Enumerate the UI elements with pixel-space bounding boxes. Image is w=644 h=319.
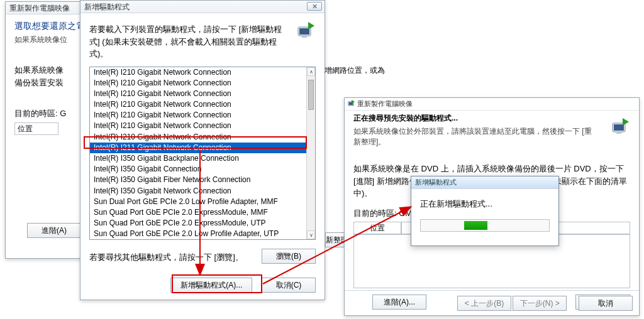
computer-restore-icon bbox=[293, 17, 318, 44]
close-icon[interactable]: ✕ bbox=[307, 2, 322, 11]
computer-restore-icon bbox=[608, 113, 633, 140]
scroll-thumb[interactable] bbox=[308, 80, 314, 110]
driver-list-item[interactable]: Intel(R) I210 Gigabit Network Connection bbox=[90, 132, 315, 143]
add-driver-button[interactable]: 新增驅動程式(A)... bbox=[170, 278, 252, 293]
driver-list-item[interactable]: Sun Quad Port GbE PCIe 2.0 ExpressModule… bbox=[90, 207, 315, 218]
progress-bar bbox=[420, 219, 550, 232]
driver-list-item[interactable]: Intel(R) I350 Gigabit Backplane Connecti… bbox=[90, 153, 315, 164]
back-button[interactable]: < 上一步(B) bbox=[457, 296, 511, 311]
svg-rect-7 bbox=[616, 132, 621, 134]
driver-list-item[interactable]: Sun Quad Port GbE PCIe 2.0 Low Profile A… bbox=[90, 229, 315, 239]
prog-title: 新增驅動程式 bbox=[415, 178, 457, 187]
right-heading: 正在搜尋預先安裝的驅動程式... bbox=[353, 113, 630, 124]
svg-rect-6 bbox=[614, 124, 624, 131]
scroll-down-icon[interactable]: ∨ bbox=[307, 230, 315, 239]
shield-icon bbox=[347, 99, 356, 110]
svg-rect-1 bbox=[299, 28, 309, 35]
partial-text: 增網路位置，或為 bbox=[325, 65, 385, 76]
progress-dialog: 新增驅動程式 正在新增驅動程式... bbox=[411, 176, 559, 246]
driver-list-item[interactable]: Intel(R) I210 Gigabit Network Connection bbox=[90, 67, 315, 78]
driver-list-item[interactable]: Intel(R) I350 Gigabit Fiber Network Conn… bbox=[90, 175, 315, 185]
add-titlebar: 新增驅動程式 ✕ bbox=[80, 1, 325, 13]
cancel-button[interactable]: 取消(C) bbox=[262, 278, 316, 293]
driver-list-item[interactable]: Intel(R) I210 Gigabit Network Connection bbox=[90, 89, 315, 99]
bg-title: 重新製作電腦映像 bbox=[9, 3, 70, 14]
right-titlebar: 重新製作電腦映像 bbox=[345, 98, 639, 111]
driver-list-item[interactable]: Intel(R) I350 Gigabit Network Connection bbox=[90, 186, 315, 197]
driver-list-item[interactable]: Intel(R) I210 Gigabit Network Connection bbox=[90, 121, 315, 131]
scroll-up-icon[interactable]: ∧ bbox=[307, 67, 315, 76]
driver-list-item[interactable]: Intel(R) I210 Gigabit Network Connection bbox=[90, 78, 315, 89]
browse-button[interactable]: 瀏覽(B) bbox=[262, 249, 316, 264]
driver-list-item[interactable]: Sun Dual Port GbE PCIe 2.0 Low Profile A… bbox=[90, 197, 315, 207]
right-sub: 如果系統映像位於外部裝置，請將該裝置連結至此電腦，然後按一下 [重新整理]。 bbox=[353, 126, 599, 148]
add-instr2: 若要尋找其他驅動程式，請按一下 [瀏覽]。 bbox=[89, 251, 243, 264]
driver-listbox[interactable]: Intel(R) I210 Gigabit Network Connection… bbox=[89, 67, 316, 240]
add-driver-dialog: 新增驅動程式 ✕ 若要載入下列裝置的驅動程式，請按一下 [新增驅動程式] (如果… bbox=[80, 0, 325, 300]
add-instr1: 若要載入下列裝置的驅動程式，請按一下 [新增驅動程式] (如果未安裝硬體，就不會… bbox=[89, 23, 291, 60]
driver-list-item[interactable]: Intel(R) I350 Gigabit Connection bbox=[90, 164, 315, 175]
right-title: 重新製作電腦映像 bbox=[357, 99, 413, 109]
loc-header: 位置 bbox=[353, 222, 401, 234]
add-title: 新增驅動程式 bbox=[84, 2, 130, 13]
next-button[interactable]: 下一步(N) > bbox=[513, 296, 567, 311]
bg-advanced-button[interactable]: 進階(A) bbox=[27, 223, 81, 238]
progress-fill bbox=[464, 221, 487, 230]
driver-list-item[interactable]: Intel(R) I211 Gigabit Network Connection bbox=[90, 143, 315, 153]
svg-rect-2 bbox=[302, 36, 307, 38]
prog-msg: 正在新增驅動程式... bbox=[420, 198, 550, 210]
driver-list-item[interactable]: Sun Quad Port GbE PCIe 2.0 ExpressModule… bbox=[90, 218, 315, 229]
bg-loc: 位置 bbox=[14, 122, 58, 135]
prog-titlebar: 新增驅動程式 bbox=[411, 176, 558, 189]
right-cancel-button[interactable]: 取消 bbox=[579, 296, 633, 311]
driver-list-item[interactable]: Intel(R) I210 Gigabit Network Connection bbox=[90, 99, 315, 110]
driver-list-item[interactable]: Intel(R) I210 Gigabit Network Connection bbox=[90, 110, 315, 121]
scrollbar[interactable]: ∧ ∨ bbox=[306, 67, 315, 239]
